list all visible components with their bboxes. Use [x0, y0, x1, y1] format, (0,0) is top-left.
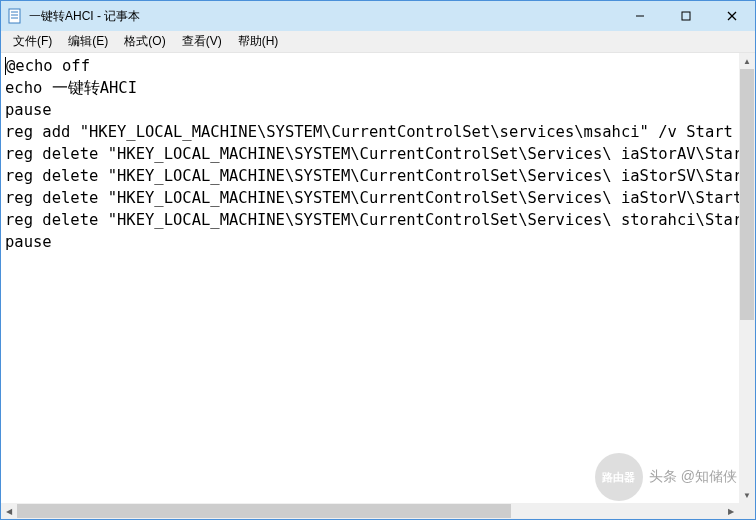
- menu-file[interactable]: 文件(F): [5, 31, 60, 52]
- svg-rect-0: [9, 9, 20, 23]
- menu-help[interactable]: 帮助(H): [230, 31, 287, 52]
- vertical-scroll-thumb[interactable]: [740, 69, 754, 320]
- horizontal-scroll-track[interactable]: [17, 503, 723, 519]
- maximize-button[interactable]: [663, 1, 709, 31]
- scroll-right-button[interactable]: ▶: [723, 503, 739, 519]
- menubar: 文件(F) 编辑(E) 格式(O) 查看(V) 帮助(H): [1, 31, 755, 53]
- minimize-button[interactable]: [617, 1, 663, 31]
- horizontal-scroll-thumb[interactable]: [17, 504, 511, 518]
- window-controls: [617, 1, 755, 31]
- window-title: 一键转AHCI - 记事本: [29, 8, 617, 25]
- content-area: @echo off echo 一键转AHCI pause reg add "HK…: [1, 53, 755, 519]
- scroll-up-button[interactable]: ▲: [739, 53, 755, 69]
- app-icon: [7, 8, 23, 24]
- scroll-down-button[interactable]: ▼: [739, 487, 755, 503]
- close-button[interactable]: [709, 1, 755, 31]
- horizontal-scrollbar[interactable]: ◀ ▶: [1, 503, 739, 519]
- notepad-window: 一键转AHCI - 记事本 文件(F) 编辑(E) 格式(O) 查看(V) 帮助…: [0, 0, 756, 520]
- text-editor[interactable]: @echo off echo 一键转AHCI pause reg add "HK…: [1, 53, 739, 503]
- svg-rect-5: [682, 12, 690, 20]
- vertical-scrollbar[interactable]: ▲ ▼: [739, 53, 755, 503]
- scroll-left-button[interactable]: ◀: [1, 503, 17, 519]
- menu-view[interactable]: 查看(V): [174, 31, 230, 52]
- menu-format[interactable]: 格式(O): [116, 31, 173, 52]
- menu-edit[interactable]: 编辑(E): [60, 31, 116, 52]
- scroll-corner: [739, 503, 755, 519]
- vertical-scroll-track[interactable]: [739, 69, 755, 487]
- titlebar[interactable]: 一键转AHCI - 记事本: [1, 1, 755, 31]
